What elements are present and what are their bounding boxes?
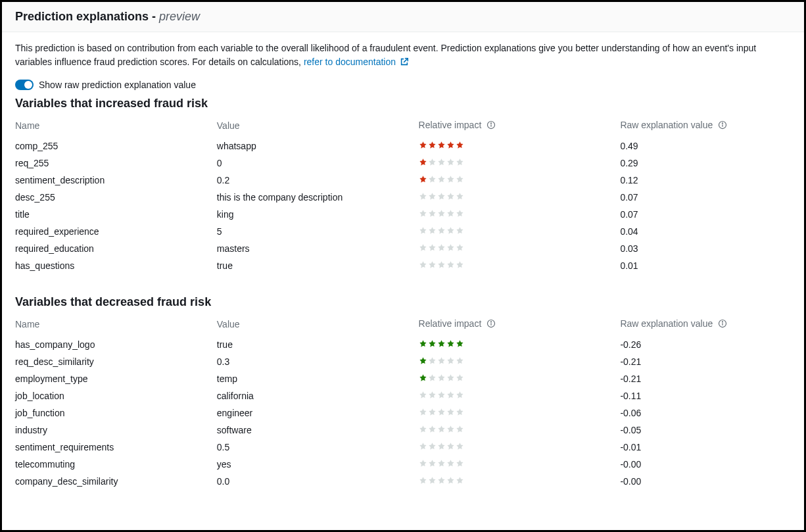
star-rating xyxy=(419,391,464,399)
col-raw-label: Raw explanation value xyxy=(620,318,713,329)
variable-value: engineer xyxy=(217,404,419,422)
star-rating xyxy=(419,192,464,201)
variable-value: yes xyxy=(217,456,419,473)
info-icon[interactable] xyxy=(718,319,727,330)
raw-value: 0.07 xyxy=(620,206,791,223)
raw-value: -0.11 xyxy=(620,387,791,404)
table-row: req_desc_similarity0.3-0.21 xyxy=(15,353,791,370)
star-rating xyxy=(419,374,464,382)
col-raw-header: Raw explanation value xyxy=(620,116,791,137)
raw-value: 0.12 xyxy=(620,172,791,189)
documentation-link[interactable]: refer to documentation xyxy=(304,57,409,67)
raw-value: -0.06 xyxy=(620,404,791,422)
table-row: sentiment_requirements0.5-0.01 xyxy=(15,439,791,456)
variable-value: 0.3 xyxy=(217,353,419,370)
panel-title-prefix: Prediction explanations - xyxy=(15,10,159,23)
variable-value: masters xyxy=(217,240,419,257)
raw-value: 0.49 xyxy=(620,137,791,155)
raw-value: -0.21 xyxy=(620,353,791,370)
col-impact-label: Relative impact xyxy=(419,318,482,329)
star-rating xyxy=(419,442,464,450)
star-rating xyxy=(419,141,464,149)
svg-point-7 xyxy=(723,322,723,322)
relative-impact xyxy=(419,336,621,354)
variable-value: king xyxy=(217,206,419,223)
table-row: required_educationmasters0.03 xyxy=(15,240,791,257)
relative-impact xyxy=(419,473,621,490)
col-impact-label: Relative impact xyxy=(419,120,482,130)
relative-impact xyxy=(419,422,621,439)
panel-header: Prediction explanations - preview xyxy=(2,2,804,32)
table-row: industrysoftware-0.05 xyxy=(15,422,791,439)
variable-name: job_function xyxy=(15,404,217,422)
raw-value: -0.26 xyxy=(620,336,791,354)
col-value-header: Value xyxy=(217,116,419,137)
variable-value: this is the company description xyxy=(217,189,419,206)
raw-value: 0.29 xyxy=(620,155,791,172)
relative-impact xyxy=(419,189,621,206)
table-row: titleking0.07 xyxy=(15,206,791,223)
variable-name: req_desc_similarity xyxy=(15,353,217,370)
variable-value: 0.0 xyxy=(217,473,419,490)
info-icon[interactable] xyxy=(718,120,727,132)
col-raw-label: Raw explanation value xyxy=(620,120,713,130)
table-row: telecommutingyes-0.00 xyxy=(15,456,791,473)
star-rating xyxy=(419,226,464,235)
variable-value: 0.2 xyxy=(217,172,419,189)
relative-impact xyxy=(419,257,621,274)
table-row: job_locationcalifornia-0.11 xyxy=(15,387,791,404)
relative-impact xyxy=(419,404,621,422)
info-icon[interactable] xyxy=(486,120,496,132)
variable-name: job_location xyxy=(15,387,217,404)
relative-impact xyxy=(419,137,621,155)
variable-name: desc_255 xyxy=(15,189,217,206)
variable-value: true xyxy=(217,257,419,274)
raw-value: 0.07 xyxy=(620,189,791,206)
variable-value: software xyxy=(217,422,419,439)
panel-body: This prediction is based on contribution… xyxy=(2,32,804,502)
relative-impact xyxy=(419,240,621,257)
increased-table: Name Value Relative impact Raw explanati… xyxy=(15,116,791,274)
raw-value: -0.00 xyxy=(620,473,791,490)
documentation-link-text: refer to documentation xyxy=(304,57,396,67)
variable-name: req_255 xyxy=(15,155,217,172)
svg-point-1 xyxy=(491,123,492,124)
intro-text: This prediction is based on contribution… xyxy=(15,41,791,70)
decreased-table: Name Value Relative impact Raw explanati… xyxy=(15,314,791,490)
raw-value: -0.00 xyxy=(620,456,791,473)
table-row: desc_255this is the company description0… xyxy=(15,189,791,206)
variable-name: industry xyxy=(15,422,217,439)
star-rating xyxy=(419,459,464,468)
table-row: req_25500.29 xyxy=(15,155,791,172)
star-rating xyxy=(419,339,464,348)
external-link-icon xyxy=(400,57,409,70)
table-row: required_experience50.04 xyxy=(15,223,791,240)
star-rating xyxy=(419,158,464,166)
table-row: job_functionengineer-0.06 xyxy=(15,404,791,422)
raw-value: -0.01 xyxy=(620,439,791,456)
variable-name: sentiment_requirements xyxy=(15,439,217,456)
col-impact-header: Relative impact xyxy=(419,314,621,336)
prediction-explanations-panel: Prediction explanations - preview This p… xyxy=(2,2,804,530)
star-rating xyxy=(419,356,464,365)
panel-title-suffix: preview xyxy=(159,10,200,23)
variable-value: 0 xyxy=(217,155,419,172)
variable-value: temp xyxy=(217,370,419,387)
variable-name: has_questions xyxy=(15,257,217,274)
show-raw-toggle[interactable] xyxy=(15,80,34,90)
relative-impact xyxy=(419,353,621,370)
relative-impact xyxy=(419,387,621,404)
info-icon[interactable] xyxy=(486,319,496,330)
toggle-row: Show raw prediction explanation value xyxy=(15,80,791,90)
col-raw-header: Raw explanation value xyxy=(620,314,791,336)
relative-impact xyxy=(419,172,621,189)
col-impact-header: Relative impact xyxy=(419,116,621,137)
relative-impact xyxy=(419,223,621,240)
decreased-heading: Variables that decreased fraud risk xyxy=(15,295,791,309)
svg-point-3 xyxy=(723,123,723,124)
table-header-row: Name Value Relative impact Raw explanati… xyxy=(15,116,791,137)
increased-heading: Variables that increased fraud risk xyxy=(15,97,791,110)
variable-value: 0.5 xyxy=(217,439,419,456)
table-header-row: Name Value Relative impact Raw explanati… xyxy=(15,314,791,336)
table-row: has_questionstrue0.01 xyxy=(15,257,791,274)
